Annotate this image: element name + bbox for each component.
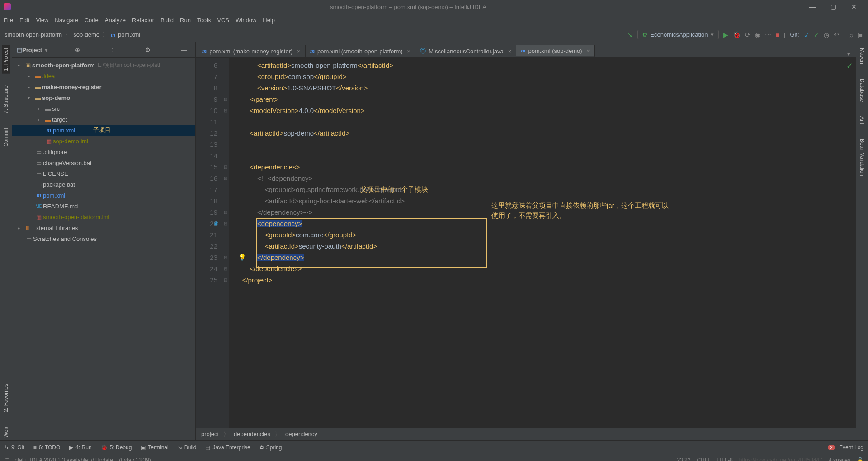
menu-refactor[interactable]: Refactor xyxy=(132,17,154,24)
code-line[interactable]: <groupId>org.springframework.boot</group… xyxy=(235,184,856,195)
tool-structure[interactable]: 7: Structure xyxy=(2,83,10,116)
code-line[interactable]: </project> xyxy=(235,274,856,286)
menu-file[interactable]: File xyxy=(4,17,13,24)
code-line[interactable]: <!--<dependency> xyxy=(235,173,856,184)
code-line[interactable]: <artifactId>sop-demo</artifactId> xyxy=(235,127,856,139)
tool-web[interactable]: Web xyxy=(2,424,10,440)
crumb-module[interactable]: sop-demo xyxy=(73,31,99,38)
code-line[interactable]: <dependencies> xyxy=(235,161,856,173)
tool-git[interactable]: ↳ 9: Git xyxy=(5,444,24,451)
tree-target[interactable]: ▸▬target xyxy=(12,114,195,125)
tool-ant[interactable]: Ant xyxy=(858,113,866,127)
menu-window[interactable]: Window xyxy=(236,17,256,24)
editor-tab[interactable]: mpom.xml (sop-demo)× xyxy=(516,45,595,57)
code-line[interactable]: </dependency> xyxy=(235,252,856,263)
status-lock-icon[interactable]: 🔓 xyxy=(857,457,863,461)
code-line[interactable]: <version>1.0-SNAPSHOT</version> xyxy=(235,82,856,94)
tool-commit[interactable]: Commit xyxy=(2,125,10,149)
intention-bulb-icon[interactable]: 💡 xyxy=(238,252,246,263)
status-indent[interactable]: 4 spaces xyxy=(829,457,850,461)
maximize-button[interactable]: ▢ xyxy=(823,3,844,10)
tool-todo[interactable]: ≡ 6: TODO xyxy=(33,444,61,451)
tree-root-pom[interactable]: mpom.xml xyxy=(12,190,195,201)
gutter-nav-icon[interactable]: ◉ xyxy=(214,218,218,229)
close-icon[interactable]: × xyxy=(508,48,512,55)
menu-tools[interactable]: Tools xyxy=(197,17,211,24)
coverage-icon[interactable]: ⟳ xyxy=(745,31,750,38)
project-view-label[interactable]: Project xyxy=(22,47,42,53)
tree-packagebat[interactable]: ▭package.bat xyxy=(12,179,195,190)
breadcrumbs[interactable]: smooth-open-platform 〉 sop-demo 〉 m pom.… xyxy=(5,31,627,39)
git-history-icon[interactable]: ◷ xyxy=(824,31,829,38)
tree-pom-selected[interactable]: mpom.xml子项目 xyxy=(12,125,195,136)
tree-mmr[interactable]: ▸▬make-money-register xyxy=(12,81,195,92)
git-revert-icon[interactable]: ↶ xyxy=(834,31,839,38)
stop-icon[interactable]: ■ xyxy=(776,31,779,38)
event-log[interactable]: 2Event Log xyxy=(828,444,863,451)
tool-debug-bottom[interactable]: 🐞 5: Debug xyxy=(101,444,132,451)
menu-navigate[interactable]: Navigate xyxy=(55,17,78,24)
crumb-root[interactable]: smooth-open-platform xyxy=(5,31,62,38)
tree-iml[interactable]: ▦sop-demo.iml xyxy=(12,136,195,146)
close-icon[interactable]: × xyxy=(407,48,411,55)
hide-icon[interactable]: — xyxy=(181,47,187,53)
close-icon[interactable]: × xyxy=(587,47,590,54)
chevron-down-icon[interactable]: ▾ xyxy=(45,47,48,53)
code-line[interactable]: <artifactId>security-oauth</artifactId> xyxy=(235,240,856,252)
tool-database[interactable]: Database xyxy=(858,76,866,104)
gear-icon[interactable]: ⚙ xyxy=(145,47,151,53)
status-message[interactable]: IntelliJ IDEA 2020.1.3 available: // Upd… xyxy=(13,457,670,461)
menu-run[interactable]: Run xyxy=(180,17,191,24)
collapse-icon[interactable]: ÷ xyxy=(111,47,114,53)
tree-idea[interactable]: ▸▬.idea xyxy=(12,71,195,81)
tree-external-libs[interactable]: ▸⊪External Libraries xyxy=(12,222,195,233)
menu-edit[interactable]: Edit xyxy=(19,17,29,24)
code-line[interactable] xyxy=(235,150,856,161)
tool-spring[interactable]: ✿ Spring xyxy=(259,444,282,451)
menu-vcs[interactable]: VCS xyxy=(217,17,229,24)
profile-icon[interactable]: ◉ xyxy=(755,31,760,38)
tool-bean-validation[interactable]: Bean Validation xyxy=(858,136,866,179)
tree-readme[interactable]: MDREADME.md xyxy=(12,201,195,212)
tree-root[interactable]: ▾▣smooth-open-platformE:\项目\smooth-open-… xyxy=(12,60,195,71)
tool-maven[interactable]: Maven xyxy=(858,45,866,67)
tree-changeversion[interactable]: ▭changeVersion.bat xyxy=(12,157,195,168)
code-content[interactable]: 父项目中的一个子模块 这里就意味着父项目中直接依赖的那些jar，这个工程就可以使… xyxy=(229,58,856,428)
code-line[interactable]: <dependency> xyxy=(235,218,856,229)
code-line[interactable]: <groupId>com.sop</groupId> xyxy=(235,71,856,82)
tool-terminal[interactable]: ▣ Terminal xyxy=(141,444,168,451)
run-config-dropdown[interactable]: ✿ EconomicsApplication ▾ xyxy=(637,30,718,39)
tree-license[interactable]: ▭LICENSE xyxy=(12,168,195,179)
git-update-icon[interactable]: ↙ xyxy=(804,31,809,38)
tool-favorites[interactable]: 2: Favorites xyxy=(2,381,10,415)
status-icon[interactable]: ▢ xyxy=(5,457,9,461)
code-line[interactable]: <groupId>com.core</groupId> xyxy=(235,229,856,240)
close-button[interactable]: ✕ xyxy=(844,3,864,10)
code-line[interactable]: </dependency>--> xyxy=(235,207,856,218)
tool-java-enterprise[interactable]: ▤ Java Enterprise xyxy=(205,444,250,451)
run-icon[interactable]: ▶ xyxy=(723,31,728,38)
code-line[interactable] xyxy=(235,116,856,127)
editor-tab[interactable]: mpom.xml (smooth-open-platform)× xyxy=(306,45,415,57)
code-line[interactable]: </parent> xyxy=(235,94,856,105)
code-line[interactable]: <artifactId>smooth-open-platform</artifa… xyxy=(235,60,856,71)
tool-project[interactable]: 1: Project xyxy=(2,45,10,74)
settings-icon[interactable]: ▣ xyxy=(858,31,863,38)
tool-build[interactable]: ↘ Build xyxy=(178,444,197,451)
menu-view[interactable]: View xyxy=(36,17,48,24)
code-line[interactable] xyxy=(235,139,856,150)
project-tree[interactable]: ▾▣smooth-open-platformE:\项目\smooth-open-… xyxy=(12,58,195,440)
menu-analyze[interactable]: Analyze xyxy=(105,17,126,24)
attach-icon[interactable]: ⋯ xyxy=(765,31,771,38)
tool-run-bottom[interactable]: ▶ 4: Run xyxy=(69,444,91,451)
menu-code[interactable]: Code xyxy=(85,17,99,24)
tree-src[interactable]: ▸▬src xyxy=(12,103,195,114)
code-editor[interactable]: ✓ 678910111213141516171819202122232425 ⊟… xyxy=(196,58,856,428)
tree-gitignore[interactable]: ▭.gitignore xyxy=(12,146,195,157)
debug-icon[interactable]: 🐞 xyxy=(733,31,741,38)
minimize-button[interactable]: — xyxy=(802,3,823,10)
status-eol[interactable]: CRLF xyxy=(697,457,711,461)
editor-tab[interactable]: ⒸMiscellaneousController.java× xyxy=(415,45,516,57)
tabs-dropdown[interactable]: ▾ xyxy=(844,51,854,57)
code-line[interactable]: <modelVersion>4.0.0</modelVersion> xyxy=(235,105,856,116)
